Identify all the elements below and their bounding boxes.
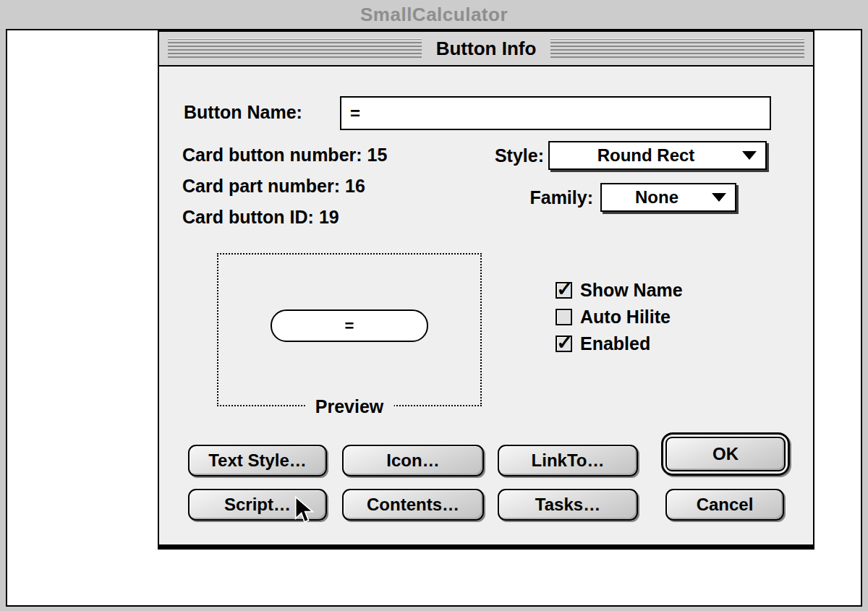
linkto-button[interactable]: LinkTo…	[498, 445, 638, 477]
mouse-cursor-icon	[294, 496, 315, 524]
checkbox-label: Auto Hilite	[580, 307, 671, 328]
titlebar-stripes-left	[168, 38, 422, 59]
tasks-button[interactable]: Tasks…	[498, 489, 638, 521]
ok-default-button-ring: OK	[661, 432, 790, 476]
family-dropdown-value: None	[602, 187, 712, 208]
dropdown-arrow-icon	[742, 151, 757, 160]
card-part-number-line: Card part number: 16	[182, 171, 387, 202]
checkbox-group: ✓ Show Name ✓ Auto Hilite ✓ Enabled	[556, 277, 683, 357]
family-dropdown[interactable]: None	[600, 183, 736, 212]
check-icon: ✓	[556, 282, 573, 296]
text-style-button[interactable]: Text Style…	[188, 445, 327, 477]
preview-area: = Preview	[217, 253, 482, 406]
checkbox-enabled[interactable]: ✓ Enabled	[556, 330, 683, 357]
window-title: SmallCalculator	[360, 4, 508, 26]
checkbox-box: ✓	[556, 336, 572, 352]
card-part-number-label: Card part number:	[182, 176, 340, 196]
family-label: Family:	[490, 183, 593, 212]
button-info-dialog: Button Info Button Name: Card button num…	[158, 30, 814, 546]
card-button-id-line: Card button ID: 19	[182, 202, 387, 233]
dialog-titlebar[interactable]: Button Info	[159, 32, 813, 67]
window-titlebar[interactable]: SmallCalculator	[0, 0, 868, 29]
dialog-title: Button Info	[425, 38, 548, 60]
preview-button: =	[271, 309, 428, 342]
screen: SmallCalculator Button Info Button Name:…	[0, 0, 868, 611]
dropdown-arrow-icon	[712, 193, 726, 202]
contents-button[interactable]: Contents…	[342, 489, 484, 521]
checkbox-label: Enabled	[580, 333, 650, 354]
card-button-id-value: 19	[319, 207, 339, 227]
style-dropdown-value: Round Rect	[550, 145, 742, 166]
card-button-number-line: Card button number: 15	[182, 140, 387, 171]
titlebar-stripes-right	[550, 38, 804, 59]
icon-button[interactable]: Icon…	[342, 445, 484, 477]
checkbox-box: ✓	[556, 309, 572, 325]
card-part-number-value: 16	[345, 176, 365, 196]
checkbox-show-name[interactable]: ✓ Show Name	[556, 277, 683, 304]
button-name-label: Button Name:	[184, 102, 302, 123]
ok-button[interactable]: OK	[665, 437, 786, 471]
checkbox-auto-hilite[interactable]: ✓ Auto Hilite	[556, 304, 683, 330]
info-lines: Card button number: 15 Card part number:…	[182, 140, 387, 233]
cancel-button[interactable]: Cancel	[665, 489, 784, 521]
check-icon: ✓	[556, 336, 573, 350]
checkbox-label: Show Name	[580, 280, 683, 301]
button-name-input[interactable]	[340, 96, 771, 130]
style-label: Style:	[463, 141, 544, 170]
preview-button-label: =	[345, 317, 354, 336]
card-button-id-label: Card button ID:	[182, 207, 314, 227]
checkbox-box: ✓	[556, 282, 572, 299]
card-button-number-value: 15	[367, 145, 388, 165]
style-dropdown[interactable]: Round Rect	[548, 141, 767, 170]
card-button-number-label: Card button number:	[182, 145, 362, 165]
preview-caption: Preview	[305, 396, 394, 417]
